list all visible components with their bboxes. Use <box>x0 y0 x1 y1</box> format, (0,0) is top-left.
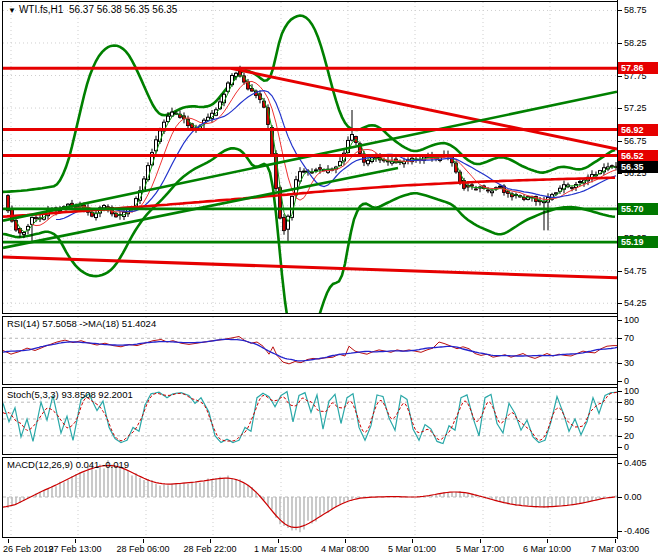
time-tick-label: 28 Feb 22:00 <box>178 544 242 554</box>
candle-body <box>471 185 474 186</box>
rsi-tick-label: 0 <box>624 376 629 386</box>
price-tick-label: 57.25 <box>624 103 647 113</box>
candle-body <box>523 198 526 200</box>
macd-tick-label: 0.00 <box>624 492 642 502</box>
candle-body <box>367 160 370 163</box>
axis-tick <box>618 447 622 448</box>
axis-tick <box>618 43 622 44</box>
axis-tick <box>618 320 622 321</box>
rsi-label: RSI(14) 57.5058 ->MA(18) 51.4024 <box>7 318 156 329</box>
rsi-panel[interactable]: RSI(14) 57.5058 ->MA(18) 51.4024 <box>2 316 618 385</box>
time-axis-tick <box>615 539 616 543</box>
time-axis-tick <box>345 539 346 543</box>
stoch-tick-label: 80 <box>624 397 634 407</box>
rsi-tick-label: 70 <box>624 333 634 343</box>
axis-tick <box>618 402 622 403</box>
candle-body <box>235 73 238 76</box>
axis-tick <box>618 76 622 77</box>
green-level-badge: 55.19 <box>618 236 658 248</box>
stoch-label: Stoch(5,3,3) 93.8508 92.2001 <box>7 389 133 400</box>
time-tick-label: 5 Mar 17:00 <box>448 544 512 554</box>
macd-panel[interactable]: MACD(12,26,9) 0.041 -0.019 <box>2 457 618 538</box>
candle-body <box>611 166 614 167</box>
price-tick-label: 58.75 <box>624 5 647 15</box>
time-tick-label: 28 Feb 06:00 <box>111 544 175 554</box>
time-tick-label: 5 Mar 01:00 <box>380 544 444 554</box>
axis-tick <box>618 338 622 339</box>
candle-body <box>351 135 354 141</box>
chart-title-row: ▼WTI.fs,H1 56.37 56.38 56.35 56.35 <box>8 4 177 15</box>
axis-tick <box>618 436 622 437</box>
stoch-tick-label: 20 <box>624 431 634 441</box>
candle-body <box>35 217 38 218</box>
last-price-badge: 56.35 <box>618 161 658 173</box>
candle-body <box>499 186 502 187</box>
candle-body <box>475 189 478 190</box>
time-axis-tick <box>210 539 211 543</box>
macd-label: MACD(12,26,9) 0.041 -0.019 <box>7 459 129 470</box>
time-tick-label: 27 Feb 13:00 <box>43 544 107 554</box>
candle-body <box>571 188 574 189</box>
candle-body <box>319 168 322 170</box>
candle-body <box>579 182 582 183</box>
time-axis-tick <box>547 539 548 543</box>
stoch-tick-label: 50 <box>624 414 634 424</box>
green-level-badge: 55.70 <box>618 203 658 215</box>
price-tick-label: 54.75 <box>624 266 647 276</box>
axis-tick <box>618 173 622 174</box>
macd-tick-label: 0.405 <box>624 458 647 468</box>
symbol-title: WTI.fs,H1 <box>19 4 63 15</box>
candle-body <box>491 191 494 193</box>
stoch-tick-label: 100 <box>624 386 639 396</box>
red-level-badge: 56.92 <box>618 124 658 136</box>
candle-body <box>487 190 490 191</box>
stoch-panel[interactable]: Stoch(5,3,3) 93.8508 92.2001 <box>2 387 618 455</box>
axis-tick <box>618 497 622 498</box>
candle-body <box>103 206 106 208</box>
rsi-tick-label: 100 <box>624 315 639 325</box>
time-axis-tick <box>480 539 481 543</box>
time-tick-label: 1 Mar 15:00 <box>246 544 310 554</box>
candle-body <box>23 233 26 235</box>
rsi-tick-label: 30 <box>624 358 634 368</box>
axis-tick <box>618 531 622 532</box>
time-axis-tick <box>412 539 413 543</box>
price-tick-label: 58.25 <box>624 38 647 48</box>
main-chart-plot[interactable] <box>3 2 617 313</box>
stoch-tick-label: 0 <box>624 442 629 452</box>
price-tick-label: 56.75 <box>624 136 647 146</box>
chart-window: ▼WTI.fs,H1 56.37 56.38 56.35 56.35 RSI(1… <box>0 0 660 560</box>
axis-tick <box>618 10 622 11</box>
ohlc-readout: 56.37 56.38 56.35 56.35 <box>69 4 177 15</box>
time-axis[interactable]: 26 Feb 201927 Feb 13:0028 Feb 06:0028 Fe… <box>0 539 660 560</box>
axis-tick <box>618 108 622 109</box>
time-axis-tick <box>278 539 279 543</box>
time-tick-label: 6 Mar 10:00 <box>515 544 579 554</box>
axis-tick <box>618 141 622 142</box>
axis-tick <box>618 391 622 392</box>
axis-tick <box>618 381 622 382</box>
axis-tick <box>618 363 622 364</box>
macd-tick-label: -0.406 <box>624 526 650 536</box>
time-tick-label: 7 Mar 03:00 <box>583 544 647 554</box>
axis-tick <box>618 303 622 304</box>
candle-body <box>315 170 318 171</box>
time-tick-label: 4 Mar 08:00 <box>313 544 377 554</box>
price-axis[interactable]: 58.7558.2557.7557.2556.7556.2555.7555.25… <box>618 0 660 540</box>
candle-body <box>31 217 34 224</box>
candle-body <box>303 171 306 172</box>
axis-tick <box>618 463 622 464</box>
time-axis-tick <box>143 539 144 543</box>
red-trendline <box>231 68 617 149</box>
red-level-badge: 57.86 <box>618 62 658 74</box>
time-axis-tick <box>75 539 76 543</box>
price-tick-label: 54.25 <box>624 298 647 308</box>
axis-tick <box>618 419 622 420</box>
symbol-marker-icon: ▼ <box>8 6 16 15</box>
main-chart-panel[interactable]: ▼WTI.fs,H1 56.37 56.38 56.35 56.35 <box>2 1 618 314</box>
time-axis-tick <box>8 539 9 543</box>
candle-body <box>283 217 286 230</box>
axis-tick <box>618 271 622 272</box>
